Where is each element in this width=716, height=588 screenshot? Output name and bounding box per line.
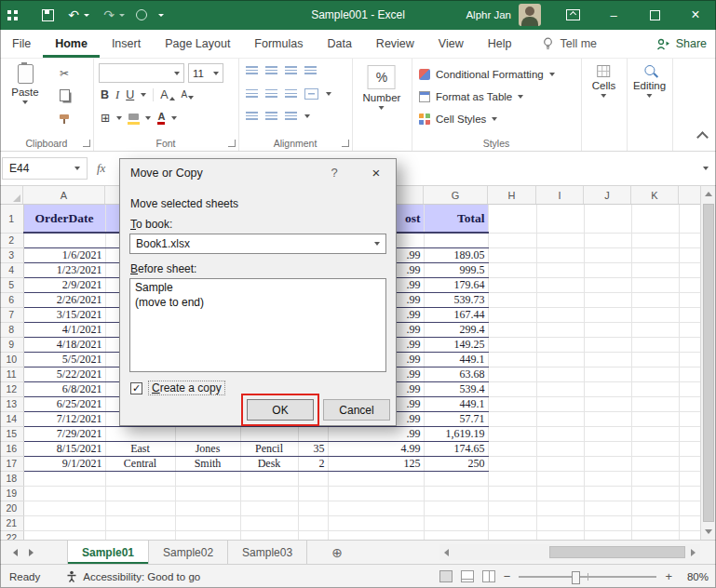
cell-B[interactable]: [105, 486, 175, 501]
cell-H[interactable]: [488, 247, 536, 262]
cell-I[interactable]: [536, 277, 584, 292]
loop-icon[interactable]: [136, 9, 147, 20]
cell-fill[interactable]: [679, 205, 700, 233]
cell-A[interactable]: [23, 233, 105, 247]
cell-I[interactable]: [536, 411, 584, 426]
cell-F[interactable]: 125: [328, 456, 424, 471]
row-header[interactable]: 11: [0, 367, 23, 381]
cell-fill[interactable]: [679, 441, 700, 456]
column-header-J[interactable]: J: [584, 186, 631, 204]
create-copy-label[interactable]: Create a copy: [148, 381, 225, 395]
cell-H[interactable]: [488, 292, 536, 307]
cell-J[interactable]: [584, 411, 631, 426]
cell-J[interactable]: [584, 441, 631, 456]
create-copy-checkbox[interactable]: ✓: [130, 382, 142, 394]
cell-J[interactable]: [584, 322, 631, 337]
row-header[interactable]: 10: [0, 352, 23, 367]
cell-J[interactable]: [584, 426, 631, 441]
dialog-close-button[interactable]: ×: [357, 159, 396, 186]
cell-A[interactable]: 5/5/2021: [23, 352, 105, 367]
cell-G[interactable]: [424, 515, 488, 530]
zoom-in-button[interactable]: +: [665, 569, 672, 583]
cell-I[interactable]: [536, 205, 584, 233]
to-book-combo[interactable]: Book1.xlsx: [129, 234, 386, 254]
cell-H[interactable]: [488, 501, 536, 515]
view-normal-button[interactable]: [439, 570, 453, 582]
cell-H[interactable]: [488, 381, 536, 396]
cell-C[interactable]: [175, 426, 240, 441]
user-name[interactable]: Alphr Jan: [466, 9, 511, 20]
ribbon-tab[interactable]: File: [0, 30, 43, 58]
cell-fill[interactable]: [679, 501, 700, 515]
cell-fill[interactable]: [679, 471, 700, 486]
cell-I[interactable]: [536, 262, 584, 277]
cell-G[interactable]: 999.5: [424, 262, 488, 277]
paste-caret-icon[interactable]: [22, 100, 28, 104]
cell-H[interactable]: [488, 262, 536, 277]
tell-me-box[interactable]: Tell me: [542, 30, 597, 58]
underline-caret-icon[interactable]: [141, 93, 146, 97]
cell-fill[interactable]: [679, 515, 700, 530]
cell-J[interactable]: [584, 352, 631, 367]
font-name-combo[interactable]: [99, 63, 184, 83]
row-header[interactable]: 21: [0, 515, 23, 530]
cell-A[interactable]: 4/18/2021: [23, 337, 105, 352]
accessibility-status[interactable]: Accessibility: Good to go: [66, 570, 200, 582]
cell-G[interactable]: [424, 501, 488, 515]
cell-F[interactable]: [328, 530, 424, 540]
cell-A[interactable]: 2/26/2021: [23, 292, 105, 307]
cell-J[interactable]: [584, 381, 631, 396]
cell-B[interactable]: [105, 501, 175, 515]
cut-button[interactable]: ✂: [54, 66, 74, 81]
ribbon-tab[interactable]: View: [426, 30, 476, 58]
increase-indent-icon[interactable]: [265, 112, 277, 121]
cell-I[interactable]: [536, 337, 584, 352]
cell-J[interactable]: [584, 262, 631, 277]
before-sheet-listbox[interactable]: Sample (move to end): [129, 278, 386, 372]
cell-A[interactable]: 7/12/2021: [23, 411, 105, 426]
cell-A[interactable]: [23, 471, 105, 486]
zoom-out-button[interactable]: −: [504, 569, 511, 583]
orientation-caret-icon[interactable]: [304, 114, 310, 118]
cell-I[interactable]: [536, 486, 584, 501]
cell-A[interactable]: 6/25/2021: [23, 396, 105, 411]
cell-J[interactable]: [584, 337, 631, 352]
cell-G[interactable]: 539.73: [424, 292, 488, 307]
cell-I[interactable]: [536, 456, 584, 471]
cell-I[interactable]: [536, 501, 584, 515]
cell-A[interactable]: [23, 530, 105, 540]
cell-A[interactable]: 5/22/2021: [23, 367, 105, 381]
row-header[interactable]: 22: [0, 530, 23, 540]
ribbon-tab[interactable]: Review: [364, 30, 426, 58]
cell-K[interactable]: [631, 352, 679, 367]
cell-C[interactable]: [175, 530, 240, 540]
cell-H[interactable]: [488, 471, 536, 486]
cell-I[interactable]: [536, 515, 584, 530]
scroll-left-button[interactable]: [439, 544, 453, 560]
cell-K[interactable]: [631, 233, 679, 247]
vertical-scrollbar[interactable]: [700, 186, 716, 540]
ribbon-display-options-button[interactable]: [552, 0, 593, 30]
minimize-button[interactable]: –: [593, 0, 634, 30]
cell-A[interactable]: 2/9/2021: [23, 277, 105, 292]
cell-I[interactable]: [536, 441, 584, 456]
close-button[interactable]: ×: [675, 0, 716, 30]
zoom-slider-thumb[interactable]: [572, 571, 580, 584]
ok-button[interactable]: OK: [247, 399, 314, 421]
fill-color-caret-icon[interactable]: [145, 116, 151, 120]
sheet-tab[interactable]: Sample03: [228, 541, 307, 564]
cell-K[interactable]: [631, 307, 679, 322]
cell-H[interactable]: [488, 515, 536, 530]
column-header-K[interactable]: K: [631, 186, 679, 204]
cell-K[interactable]: [631, 426, 679, 441]
merge-center-icon[interactable]: [304, 88, 318, 100]
row-header[interactable]: 16: [0, 441, 23, 456]
customize-qat-caret-icon[interactable]: [158, 14, 164, 17]
cell-G[interactable]: 250: [424, 456, 488, 471]
scroll-right-button[interactable]: [686, 544, 700, 560]
cell-D[interactable]: [240, 501, 298, 515]
cell-H[interactable]: [488, 486, 536, 501]
cell-C[interactable]: [175, 515, 240, 530]
cell-H[interactable]: [488, 530, 536, 540]
row-header[interactable]: 2: [0, 233, 23, 247]
